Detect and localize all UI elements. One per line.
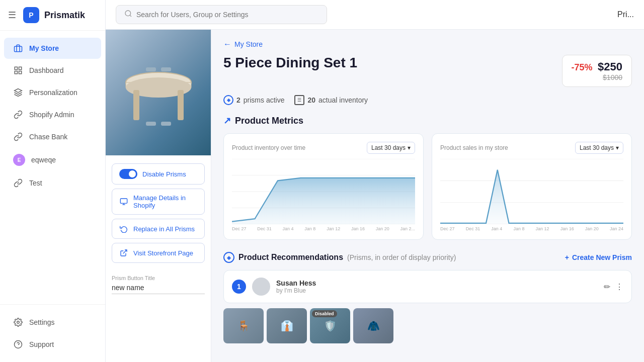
metrics-title: Product Metrics	[235, 116, 303, 126]
prism-info-1: Susan Hess by I'm Blue	[276, 279, 598, 294]
svg-rect-0	[15, 46, 22, 52]
sidebar-nav: My Store Dashboard Personalization Shopi…	[0, 31, 105, 304]
dashboard-icon	[13, 65, 23, 75]
recommendations-subtitle: (Prisms, in order of display priority)	[347, 253, 456, 261]
product-title: 5 Piece Dining Set 1	[223, 55, 357, 71]
search-input[interactable]	[136, 11, 318, 19]
chart-inventory: Product inventory over time Last 30 days…	[223, 133, 424, 240]
sidebar-item-test[interactable]: Test	[4, 172, 101, 194]
breadcrumb-label: My Store	[234, 40, 263, 48]
prism-sub-1: by I'm Blue	[276, 287, 598, 294]
price-original: $1000	[572, 73, 622, 81]
prism-item-1: 1 Susan Hess by I'm Blue ✏ ⋮	[223, 270, 632, 303]
chart1-label-8: Jan 2...	[400, 226, 415, 231]
product-thumb-3[interactable]: 🛡️ Disabled	[310, 308, 350, 343]
chart1-label-5: Jan 12	[327, 226, 340, 231]
sidebar-item-support[interactable]: Support	[4, 334, 101, 355]
prism-number-1: 1	[232, 280, 246, 294]
store-icon	[13, 43, 23, 53]
sidebar-item-settings[interactable]: Settings	[4, 312, 101, 333]
metrics-icon: ↗	[223, 115, 231, 126]
sidebar-bottom: Settings Support	[0, 304, 105, 362]
disable-prisms-toggle[interactable]	[119, 169, 137, 179]
chart1-label-1: Dec 27	[232, 226, 247, 231]
product-thumb-2[interactable]: 👔	[267, 308, 307, 343]
svg-line-9	[130, 15, 131, 17]
sidebar-item-label-test: Test	[29, 179, 42, 187]
price-badge: -75% $250 $1000	[562, 55, 632, 87]
topbar-user: Pri...	[617, 10, 634, 19]
prism-button-input[interactable]	[112, 284, 205, 294]
prism-avatar-1	[252, 278, 270, 296]
hamburger-icon[interactable]: ☰	[8, 10, 16, 21]
product-thumb-1[interactable]: 🪑	[223, 308, 264, 343]
sidebar-item-chase-bank[interactable]: Chase Bank	[4, 126, 101, 147]
chart2-svg	[440, 159, 623, 224]
prism-button-title-label: Prism Button Title	[112, 275, 205, 281]
chart2-area	[440, 159, 623, 224]
sidebar-item-my-store[interactable]: My Store	[4, 38, 101, 59]
search-bar[interactable]	[116, 5, 327, 24]
sidebar-item-shopify-admin[interactable]: Shopify Admin	[4, 104, 101, 125]
sidebar-item-eqweqe[interactable]: E eqweqe	[4, 148, 101, 171]
chart1-label-7: Jan 20	[376, 226, 389, 231]
disable-prisms-label: Disable Prisms	[142, 170, 186, 178]
svg-point-8	[125, 11, 131, 16]
svg-rect-13	[133, 90, 139, 120]
svg-rect-2	[19, 67, 22, 69]
create-prism-label: Create New Prism	[572, 253, 632, 261]
chart1-dropdown-label: Last 30 days	[371, 144, 406, 151]
recommendations-header: ◈ Product Recommendations (Prisms, in or…	[223, 252, 632, 263]
svg-rect-19	[120, 199, 127, 203]
inventory-count: 20	[307, 96, 315, 104]
chart2-label-7: Jan 20	[585, 226, 599, 231]
prism-more-button-1[interactable]: ⋮	[615, 282, 623, 292]
left-panel: Disable Prisms Manage Details in Shopify…	[106, 30, 211, 362]
svg-point-5	[17, 321, 20, 324]
visit-storefront-button[interactable]: Visit Storefront Page	[112, 243, 205, 263]
prism-actions-1: ✏ ⋮	[604, 282, 623, 292]
chart2-dropdown-label: Last 30 days	[580, 144, 614, 151]
disabled-badge: Disabled	[312, 310, 337, 317]
product-header: 5 Piece Dining Set 1 -75% $250 $1000	[223, 55, 632, 87]
chart2-dropdown[interactable]: Last 30 days ▾	[575, 142, 623, 154]
search-icon	[124, 10, 132, 20]
chart1-dropdown[interactable]: Last 30 days ▾	[367, 142, 415, 154]
replace-prisms-button[interactable]: Replace in All Prisms	[112, 219, 205, 239]
test-link-icon	[13, 178, 23, 188]
back-arrow-icon: ←	[223, 40, 231, 49]
chart2-header: Product sales in my store Last 30 days ▾	[440, 142, 623, 154]
svg-rect-17	[146, 122, 156, 126]
sidebar-item-label-dashboard: Dashboard	[29, 66, 64, 74]
sidebar-item-dashboard[interactable]: Dashboard	[4, 60, 101, 81]
action-buttons: Disable Prisms Manage Details in Shopify…	[106, 155, 211, 271]
prism-edit-button-1[interactable]: ✏	[604, 282, 610, 292]
brand-name: Prismatik	[44, 10, 85, 21]
chart1-label-3: Jan 4	[283, 226, 294, 231]
app-logo: P	[23, 7, 39, 23]
product-image	[106, 30, 211, 155]
chart1-title: Product inventory over time	[232, 144, 305, 151]
breadcrumb[interactable]: ← My Store	[223, 40, 632, 49]
price-discount: -75%	[572, 62, 593, 72]
product-thumb-4[interactable]: 🧥	[353, 308, 393, 343]
chart1-label-6: Jan 16	[351, 226, 365, 231]
personalization-icon	[13, 87, 23, 98]
replace-icon	[119, 224, 128, 233]
sidebar-item-personalization[interactable]: Personalization	[4, 82, 101, 103]
avatar-eqweqe: E	[13, 154, 25, 166]
create-prism-button[interactable]: + Create New Prism	[565, 253, 632, 261]
manage-shopify-label: Manage Details in Shopify	[133, 194, 197, 209]
sidebar-item-label-personalization: Personalization	[29, 88, 77, 97]
charts-row: Product inventory over time Last 30 days…	[223, 133, 632, 240]
recommendations-title: ◈ Product Recommendations (Prisms, in or…	[223, 252, 456, 263]
disable-prisms-button[interactable]: Disable Prisms	[112, 163, 205, 185]
manage-shopify-button[interactable]: Manage Details in Shopify	[112, 189, 205, 215]
sidebar-item-label-support: Support	[29, 340, 54, 348]
svg-rect-3	[19, 71, 22, 74]
external-link-icon	[119, 248, 128, 257]
inventory-label: actual inventory	[318, 96, 368, 104]
chart2-label-5: Jan 12	[536, 226, 549, 231]
svg-rect-15	[146, 67, 156, 71]
chart2-label-6: Jan 16	[560, 226, 574, 231]
